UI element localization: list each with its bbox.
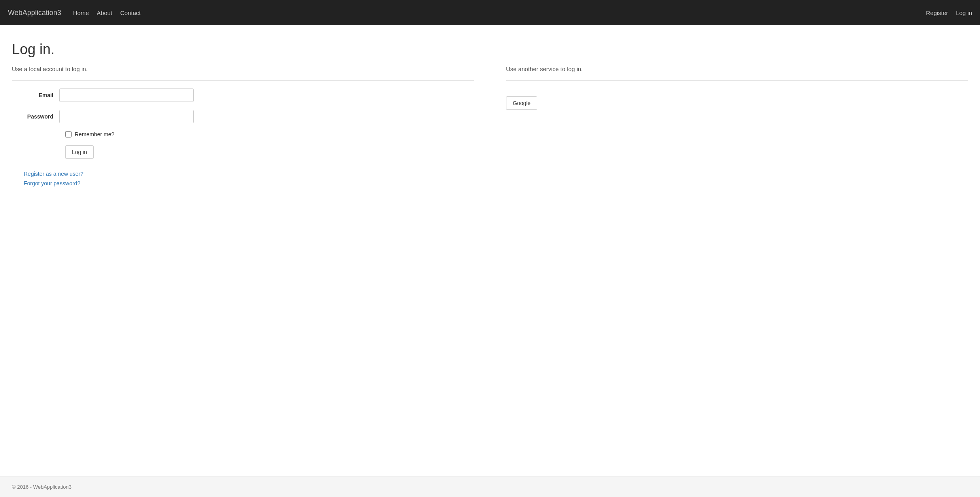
forgot-password-link[interactable]: Forgot your password?	[24, 180, 474, 186]
register-new-user-link[interactable]: Register as a new user?	[24, 171, 474, 177]
external-login-section: Use another service to log in. Google	[490, 66, 968, 186]
divider-left	[12, 80, 474, 81]
nav-link-about[interactable]: About	[97, 9, 112, 16]
remember-me-checkbox[interactable]	[65, 131, 72, 137]
nav-link-register[interactable]: Register	[926, 9, 948, 16]
email-input[interactable]	[59, 88, 194, 102]
email-label: Email	[12, 92, 59, 98]
external-section-subtitle: Use another service to log in.	[506, 66, 968, 72]
local-login-section: Use a local account to log in. Email Pas…	[12, 66, 490, 186]
password-form-group: Password	[12, 110, 474, 123]
nav-link-home[interactable]: Home	[73, 9, 89, 16]
login-button-wrap: Log in	[65, 145, 474, 159]
password-label: Password	[12, 113, 59, 120]
footer-copyright: © 2016 - WebApplication3	[12, 484, 72, 490]
local-section-subtitle: Use a local account to log in.	[12, 66, 474, 72]
nav-link-login[interactable]: Log in	[956, 9, 972, 16]
footer: © 2016 - WebApplication3	[0, 476, 980, 497]
google-login-button[interactable]: Google	[506, 96, 537, 110]
two-col-layout: Use a local account to log in. Email Pas…	[12, 66, 968, 186]
remember-me-group: Remember me?	[65, 131, 474, 137]
nav-link-contact[interactable]: Contact	[120, 9, 141, 16]
nav-right: Register Log in	[926, 9, 972, 16]
nav-brand[interactable]: WebApplication3	[8, 9, 61, 17]
divider-right	[506, 80, 968, 81]
remember-me-label[interactable]: Remember me?	[75, 131, 114, 137]
password-input[interactable]	[59, 110, 194, 123]
login-button[interactable]: Log in	[65, 145, 94, 159]
form-links: Register as a new user? Forgot your pass…	[12, 171, 474, 186]
page-title: Log in.	[12, 41, 968, 58]
navbar: WebApplication3 Home About Contact Regis…	[0, 0, 980, 25]
email-form-group: Email	[12, 88, 474, 102]
nav-links: Home About Contact	[73, 9, 926, 16]
main-content: Log in. Use a local account to log in. E…	[0, 25, 980, 476]
